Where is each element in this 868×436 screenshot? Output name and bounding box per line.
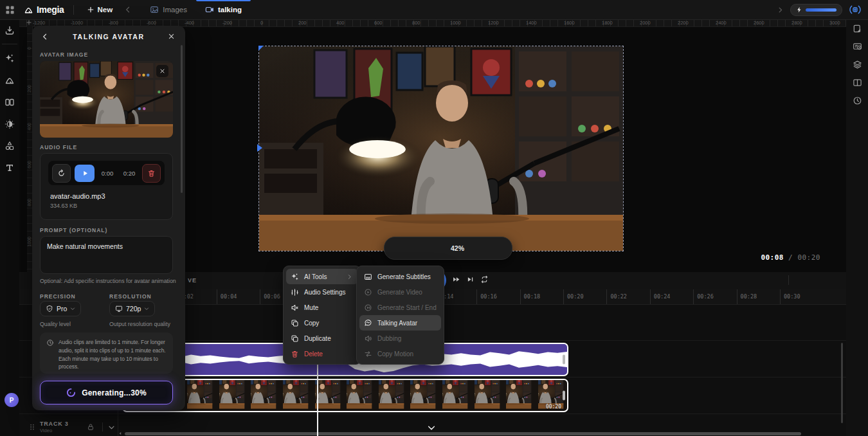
video-preview[interactable] — [259, 46, 623, 251]
notes-icon[interactable] — [853, 24, 862, 33]
copy-icon[interactable] — [291, 319, 299, 327]
vertical-scrollbar[interactable] — [841, 343, 843, 423]
toolbar-button[interactable] — [0, 135, 19, 157]
new-button[interactable]: New — [82, 3, 118, 16]
transport-button[interactable] — [480, 275, 489, 286]
menu-item[interactable]: Mute — [286, 300, 358, 315]
toolbar-button[interactable] — [846, 55, 868, 73]
ruler-label: 200 — [27, 85, 32, 93]
toolbar-button[interactable] — [846, 19, 868, 37]
menu-item[interactable]: Copy Motion — [359, 346, 441, 361]
clip-trim-handle[interactable] — [563, 355, 565, 365]
toolbar-button[interactable] — [0, 157, 19, 179]
close-icon[interactable] — [168, 33, 175, 40]
credits-pill[interactable] — [790, 4, 842, 16]
generate-startend-icon[interactable] — [364, 304, 372, 312]
chevron-right-icon[interactable] — [777, 6, 784, 14]
dubbing-icon[interactable] — [364, 334, 372, 343]
avatar-image-thumbnail[interactable] — [40, 61, 173, 138]
scroll-left-icon[interactable] — [118, 431, 123, 436]
ai-sparkles-icon[interactable] — [5, 53, 15, 64]
tab-images[interactable]: Images — [141, 0, 196, 19]
subtitles-icon[interactable] — [364, 273, 372, 281]
menu-item[interactable]: Audio Settings — [286, 284, 358, 300]
selection-corner-handle[interactable] — [258, 46, 264, 51]
app-grid-icon[interactable] — [5, 5, 15, 15]
toolbar-button[interactable] — [0, 69, 19, 91]
toolbar-button[interactable] — [0, 19, 19, 41]
delete-icon[interactable] — [291, 350, 299, 358]
menu-item[interactable]: Generate Video — [359, 284, 441, 300]
loop-icon[interactable] — [480, 275, 489, 284]
remove-avatar-button[interactable] — [156, 65, 168, 77]
transport-button[interactable] — [466, 275, 475, 286]
menu-item[interactable]: Duplicate — [286, 331, 358, 346]
copy-motion-icon[interactable] — [364, 350, 372, 358]
talking-avatar-icon[interactable] — [364, 319, 372, 327]
user-avatar[interactable]: P — [5, 393, 19, 407]
skip-end-icon[interactable] — [466, 275, 475, 284]
resolution-dropdown[interactable]: 720p — [109, 301, 155, 316]
drag-handle-icon[interactable] — [28, 423, 36, 431]
mute-icon[interactable] — [291, 304, 299, 312]
selection-edge-handle[interactable] — [257, 144, 262, 152]
tab-talking[interactable]: talking — [196, 0, 251, 19]
horizontal-scrollbar[interactable] — [118, 431, 846, 436]
menu-item[interactable]: Copy — [286, 315, 358, 331]
generate-button[interactable]: Generating...30% — [40, 381, 173, 404]
collapse-timeline-icon[interactable] — [426, 423, 437, 432]
track-type: Video — [40, 428, 69, 433]
precision-value: Pro — [57, 305, 67, 313]
menu-item[interactable]: Talking Avatar — [359, 315, 441, 331]
clock-icon — [46, 339, 54, 347]
ruler-plus-icon[interactable] — [26, 19, 32, 26]
toolbar-button[interactable] — [0, 91, 19, 113]
toolbar-button[interactable] — [846, 73, 868, 91]
ruler-label: 1600 — [564, 20, 575, 26]
transport-button[interactable] — [452, 275, 460, 286]
audio-settings-icon[interactable] — [291, 288, 299, 296]
duplicate-icon[interactable] — [291, 334, 299, 343]
lock-icon[interactable] — [87, 423, 95, 431]
split-view-icon[interactable] — [853, 78, 862, 87]
shapes-icon[interactable] — [5, 141, 15, 151]
delete-audio-button[interactable] — [142, 164, 161, 183]
video-clip[interactable]: 00:20 — [122, 379, 568, 412]
menu-item[interactable]: Generate Subtitles — [359, 269, 441, 284]
history-icon[interactable] — [853, 96, 862, 105]
menu-item[interactable]: Generate Start / End — [359, 300, 441, 315]
download-icon[interactable] — [5, 25, 15, 35]
text-tool-icon[interactable] — [5, 163, 15, 173]
play-button[interactable] — [75, 165, 95, 182]
image-icon — [150, 5, 159, 14]
generate-video-icon[interactable] — [364, 288, 372, 296]
scrollbar-thumb[interactable] — [125, 432, 801, 435]
toolbar-button[interactable] — [846, 91, 868, 109]
media-history-icon[interactable] — [853, 42, 862, 51]
prompt-input[interactable]: Make natural movements — [40, 236, 173, 274]
chevron-down-icon[interactable] — [108, 424, 115, 431]
menu-item[interactable]: AI Tools — [286, 269, 358, 284]
processing-gear-icon[interactable] — [849, 5, 862, 15]
precision-dropdown[interactable]: Pro — [40, 301, 81, 316]
toolbar-button[interactable] — [0, 48, 19, 69]
toolbar-button[interactable] — [0, 113, 19, 135]
adjust-icon[interactable] — [5, 119, 15, 129]
chevron-left-icon[interactable] — [124, 6, 132, 14]
ai-sparkles-icon[interactable] — [291, 273, 299, 281]
clip-trim-handle[interactable] — [563, 391, 565, 401]
menu-item[interactable]: Delete — [286, 346, 358, 361]
logo[interactable]: Imegia — [24, 5, 64, 15]
ruler-label: 1800 — [602, 20, 613, 26]
time-tick: 00:30 — [780, 289, 800, 304]
media-pages-icon[interactable] — [5, 97, 15, 107]
panel-scrollbar[interactable] — [181, 45, 183, 193]
menu-item[interactable]: Dubbing — [359, 331, 441, 346]
toolbar-button[interactable] — [846, 37, 868, 55]
brand-tool-icon[interactable] — [5, 75, 15, 86]
zoom-level[interactable]: 42% — [451, 244, 464, 252]
restart-button[interactable] — [52, 164, 71, 183]
layers-icon[interactable] — [853, 60, 862, 69]
track3-header[interactable]: TRACK 3 Video — [19, 418, 118, 436]
fast-forward-icon[interactable] — [452, 275, 460, 284]
